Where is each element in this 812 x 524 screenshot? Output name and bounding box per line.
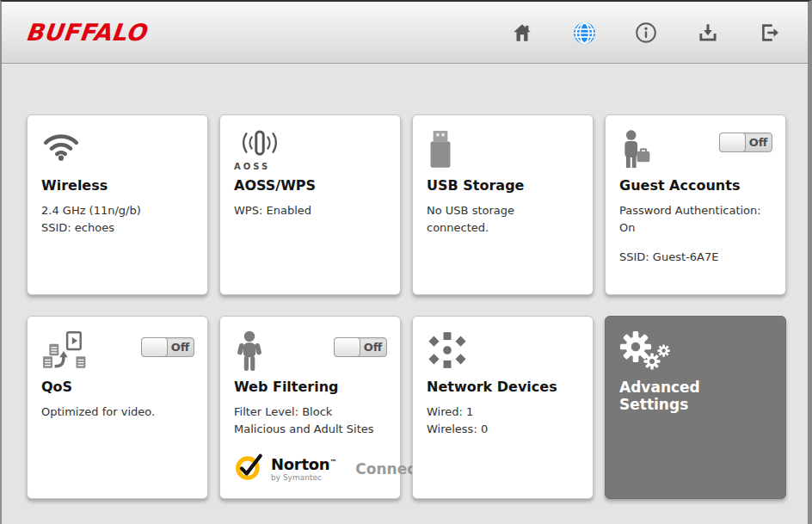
web-filtering-toggle[interactable]: Off	[334, 337, 387, 357]
wps-status: WPS: Enabled	[234, 202, 386, 219]
toggle-state-label: Off	[167, 338, 194, 356]
norton-connectsafe-logo: Norton™ by Symantec ConnectSafe	[234, 452, 391, 486]
toggle-knob	[719, 133, 746, 152]
card-title: AOSS/WPS	[234, 177, 386, 194]
aoss-signal-icon	[234, 144, 286, 160]
toggle-knob	[141, 337, 168, 357]
guest-ssid: SSID: Guest-6A7E	[619, 249, 772, 266]
usb-status: No USB storage connected.	[427, 202, 579, 237]
toggle-state-label: Off	[745, 133, 772, 151]
buffalo-logo: BUFFALO	[24, 19, 147, 46]
logout-icon[interactable]	[758, 21, 782, 45]
header-bar: BUFFALO	[2, 2, 808, 64]
home-icon[interactable]	[510, 21, 534, 45]
aoss-icon-caption: AOSS	[234, 162, 386, 171]
qos-status: Optimized for video.	[41, 404, 194, 421]
card-guest-accounts[interactable]: Off Guest Accounts Password Authenticati…	[605, 114, 786, 295]
card-advanced-settings[interactable]: Advanced Settings	[605, 316, 786, 499]
internet-globe-icon[interactable]	[572, 21, 596, 45]
norton-check-icon	[234, 452, 265, 486]
network-devices-icon	[427, 330, 579, 375]
card-aoss-wps[interactable]: AOSS AOSS/WPS WPS: Enabled	[219, 114, 401, 295]
qos-toggle[interactable]: Off	[141, 337, 194, 357]
wireless-count: Wireless: 0	[427, 421, 579, 438]
norton-wordmark: Norton™ by Symantec	[271, 457, 336, 482]
card-web-filtering[interactable]: Off Web Filtering Filter Level: Block Ma…	[219, 316, 401, 499]
wired-count: Wired: 1	[427, 404, 579, 421]
usb-stick-icon	[427, 129, 579, 174]
card-title: USB Storage	[427, 177, 579, 194]
card-usb-storage[interactable]: USB Storage No USB storage connected.	[412, 114, 594, 295]
card-title: Network Devices	[427, 379, 579, 395]
card-title: QoS	[41, 379, 194, 395]
wireless-ssid: SSID: echoes	[41, 219, 194, 237]
card-title: Guest Accounts	[619, 177, 772, 194]
router-dashboard: BUFFALO	[0, 0, 812, 524]
info-icon[interactable]	[634, 21, 658, 45]
card-qos[interactable]: Off QoS Optimized for video.	[27, 316, 208, 499]
wireless-band: 2.4 GHz (11n/g/b)	[41, 202, 194, 219]
toggle-knob	[334, 337, 360, 357]
save-config-icon[interactable]	[696, 21, 720, 45]
filter-level: Filter Level: Block Malicious and Adult …	[234, 404, 386, 438]
card-title: Advanced Settings	[619, 379, 772, 413]
guest-accounts-toggle[interactable]: Off	[719, 133, 772, 152]
card-network-devices[interactable]: Network Devices Wired: 1 Wireless: 0	[412, 316, 594, 499]
dashboard-card-grid: Wireless 2.4 GHz (11n/g/b) SSID: echoes	[27, 114, 786, 499]
norton-by-symantec: by Symantec	[271, 473, 336, 482]
guest-auth-status: Password Authentication: On	[619, 202, 772, 237]
card-wireless[interactable]: Wireless 2.4 GHz (11n/g/b) SSID: echoes	[27, 114, 208, 295]
card-title: Web Filtering	[234, 379, 386, 395]
toggle-state-label: Off	[360, 338, 386, 356]
card-title: Wireless	[41, 177, 194, 194]
header-nav	[510, 21, 782, 45]
gears-icon	[619, 330, 772, 375]
wifi-icon	[41, 129, 194, 174]
